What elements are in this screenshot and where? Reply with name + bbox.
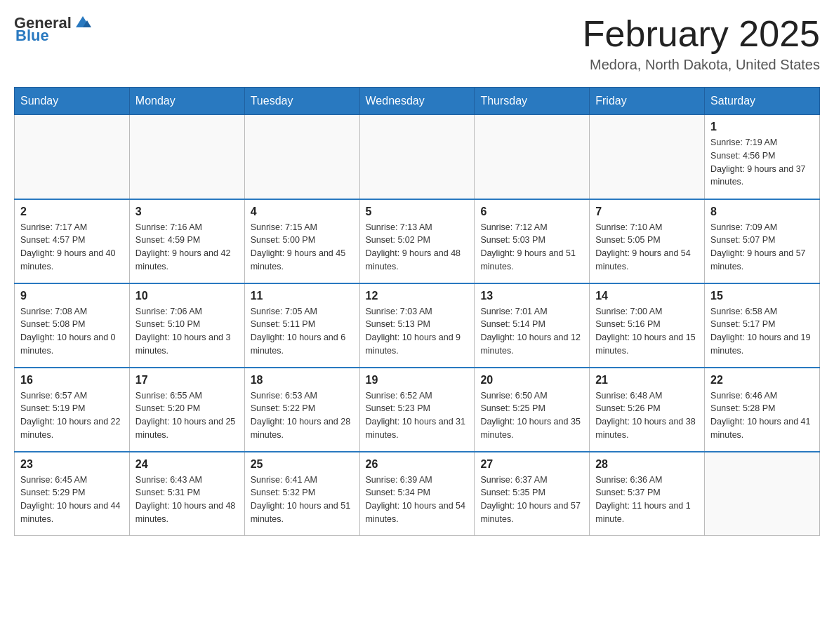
day-of-week-header: Thursday xyxy=(475,88,590,115)
calendar-week-row: 16Sunrise: 6:57 AMSunset: 5:19 PMDayligh… xyxy=(15,368,820,452)
calendar-day-cell xyxy=(15,115,130,199)
day-sun-info: Sunrise: 6:52 AMSunset: 5:23 PMDaylight:… xyxy=(366,389,469,442)
calendar-table: SundayMondayTuesdayWednesdayThursdayFrid… xyxy=(14,87,820,536)
day-number: 21 xyxy=(595,374,699,387)
day-number: 12 xyxy=(366,290,469,302)
calendar-day-cell: 24Sunrise: 6:43 AMSunset: 5:31 PMDayligh… xyxy=(129,452,244,536)
day-of-week-header: Monday xyxy=(129,88,244,115)
day-number: 9 xyxy=(20,290,124,302)
calendar-day-cell: 16Sunrise: 6:57 AMSunset: 5:19 PMDayligh… xyxy=(15,368,130,452)
day-of-week-header: Saturday xyxy=(705,88,820,115)
day-sun-info: Sunrise: 7:09 AMSunset: 5:07 PMDaylight:… xyxy=(710,221,814,274)
day-number: 11 xyxy=(251,290,354,302)
day-sun-info: Sunrise: 7:03 AMSunset: 5:13 PMDaylight:… xyxy=(366,305,469,358)
day-number: 3 xyxy=(135,206,239,218)
day-number: 18 xyxy=(251,374,354,387)
calendar-week-row: 23Sunrise: 6:45 AMSunset: 5:29 PMDayligh… xyxy=(15,452,820,536)
day-sun-info: Sunrise: 7:17 AMSunset: 4:57 PMDaylight:… xyxy=(20,221,124,274)
day-number: 19 xyxy=(366,374,469,387)
day-sun-info: Sunrise: 6:57 AMSunset: 5:19 PMDaylight:… xyxy=(20,389,124,442)
calendar-day-cell: 23Sunrise: 6:45 AMSunset: 5:29 PMDayligh… xyxy=(15,452,130,536)
calendar-week-row: 2Sunrise: 7:17 AMSunset: 4:57 PMDaylight… xyxy=(15,199,820,283)
calendar-day-cell: 6Sunrise: 7:12 AMSunset: 5:03 PMDaylight… xyxy=(475,199,590,283)
calendar-day-cell xyxy=(475,115,590,199)
calendar-day-cell: 7Sunrise: 7:10 AMSunset: 5:05 PMDaylight… xyxy=(590,199,705,283)
calendar-day-cell: 11Sunrise: 7:05 AMSunset: 5:11 PMDayligh… xyxy=(244,283,359,368)
day-number: 20 xyxy=(480,374,583,387)
day-sun-info: Sunrise: 7:08 AMSunset: 5:08 PMDaylight:… xyxy=(20,305,124,358)
calendar-day-cell: 1Sunrise: 7:19 AMSunset: 4:56 PMDaylight… xyxy=(705,115,820,199)
day-sun-info: Sunrise: 7:05 AMSunset: 5:11 PMDaylight:… xyxy=(251,305,354,358)
calendar-day-cell: 21Sunrise: 6:48 AMSunset: 5:26 PMDayligh… xyxy=(590,368,705,452)
logo-icon xyxy=(73,12,93,32)
day-sun-info: Sunrise: 6:53 AMSunset: 5:22 PMDaylight:… xyxy=(251,389,354,442)
day-sun-info: Sunrise: 6:37 AMSunset: 5:35 PMDaylight:… xyxy=(480,474,583,526)
logo: General Blue xyxy=(14,14,93,45)
calendar-day-cell xyxy=(359,115,475,199)
day-sun-info: Sunrise: 6:43 AMSunset: 5:31 PMDaylight:… xyxy=(135,474,239,526)
calendar-day-cell: 15Sunrise: 6:58 AMSunset: 5:17 PMDayligh… xyxy=(705,283,820,368)
calendar-day-cell: 27Sunrise: 6:37 AMSunset: 5:35 PMDayligh… xyxy=(475,452,590,536)
day-sun-info: Sunrise: 7:16 AMSunset: 4:59 PMDaylight:… xyxy=(135,221,239,274)
day-number: 10 xyxy=(135,290,239,302)
day-sun-info: Sunrise: 7:06 AMSunset: 5:10 PMDaylight:… xyxy=(135,305,239,358)
calendar-day-cell: 5Sunrise: 7:13 AMSunset: 5:02 PMDaylight… xyxy=(359,199,475,283)
calendar-day-cell: 12Sunrise: 7:03 AMSunset: 5:13 PMDayligh… xyxy=(359,283,475,368)
day-number: 16 xyxy=(20,374,124,387)
location-subtitle: Medora, North Dakota, United States xyxy=(583,57,820,73)
day-sun-info: Sunrise: 6:39 AMSunset: 5:34 PMDaylight:… xyxy=(366,474,469,526)
calendar-header-row: SundayMondayTuesdayWednesdayThursdayFrid… xyxy=(15,88,820,115)
calendar-day-cell: 17Sunrise: 6:55 AMSunset: 5:20 PMDayligh… xyxy=(129,368,244,452)
day-number: 8 xyxy=(710,206,814,218)
day-number: 25 xyxy=(251,458,354,471)
calendar-day-cell: 13Sunrise: 7:01 AMSunset: 5:14 PMDayligh… xyxy=(475,283,590,368)
calendar-day-cell xyxy=(590,115,705,199)
calendar-day-cell: 8Sunrise: 7:09 AMSunset: 5:07 PMDaylight… xyxy=(705,199,820,283)
day-number: 14 xyxy=(595,290,699,302)
calendar-day-cell: 14Sunrise: 7:00 AMSunset: 5:16 PMDayligh… xyxy=(590,283,705,368)
day-sun-info: Sunrise: 7:19 AMSunset: 4:56 PMDaylight:… xyxy=(710,136,814,189)
calendar-day-cell: 25Sunrise: 6:41 AMSunset: 5:32 PMDayligh… xyxy=(244,452,359,536)
page-header: General Blue February 2025 Medora, North… xyxy=(14,14,820,73)
calendar-week-row: 1Sunrise: 7:19 AMSunset: 4:56 PMDaylight… xyxy=(15,115,820,199)
calendar-day-cell xyxy=(129,115,244,199)
day-sun-info: Sunrise: 6:45 AMSunset: 5:29 PMDaylight:… xyxy=(20,474,124,526)
day-number: 23 xyxy=(20,458,124,471)
logo-blue-text: Blue xyxy=(15,27,49,45)
day-of-week-header: Tuesday xyxy=(244,88,359,115)
month-title: February 2025 xyxy=(583,14,820,54)
day-number: 1 xyxy=(710,121,814,133)
day-number: 27 xyxy=(480,458,583,471)
day-sun-info: Sunrise: 6:55 AMSunset: 5:20 PMDaylight:… xyxy=(135,389,239,442)
day-of-week-header: Sunday xyxy=(15,88,130,115)
day-sun-info: Sunrise: 6:46 AMSunset: 5:28 PMDaylight:… xyxy=(710,389,814,442)
day-number: 2 xyxy=(20,206,124,218)
day-number: 24 xyxy=(135,458,239,471)
calendar-day-cell: 18Sunrise: 6:53 AMSunset: 5:22 PMDayligh… xyxy=(244,368,359,452)
day-number: 6 xyxy=(480,206,583,218)
day-sun-info: Sunrise: 6:50 AMSunset: 5:25 PMDaylight:… xyxy=(480,389,583,442)
day-number: 13 xyxy=(480,290,583,302)
day-sun-info: Sunrise: 7:10 AMSunset: 5:05 PMDaylight:… xyxy=(595,221,699,274)
calendar-day-cell: 28Sunrise: 6:36 AMSunset: 5:37 PMDayligh… xyxy=(590,452,705,536)
day-number: 26 xyxy=(366,458,469,471)
calendar-week-row: 9Sunrise: 7:08 AMSunset: 5:08 PMDaylight… xyxy=(15,283,820,368)
day-number: 22 xyxy=(710,374,814,387)
day-sun-info: Sunrise: 7:12 AMSunset: 5:03 PMDaylight:… xyxy=(480,221,583,274)
calendar-day-cell: 26Sunrise: 6:39 AMSunset: 5:34 PMDayligh… xyxy=(359,452,475,536)
calendar-day-cell: 20Sunrise: 6:50 AMSunset: 5:25 PMDayligh… xyxy=(475,368,590,452)
title-section: February 2025 Medora, North Dakota, Unit… xyxy=(583,14,820,73)
calendar-day-cell: 9Sunrise: 7:08 AMSunset: 5:08 PMDaylight… xyxy=(15,283,130,368)
calendar-day-cell: 22Sunrise: 6:46 AMSunset: 5:28 PMDayligh… xyxy=(705,368,820,452)
day-sun-info: Sunrise: 7:00 AMSunset: 5:16 PMDaylight:… xyxy=(595,305,699,358)
calendar-day-cell: 4Sunrise: 7:15 AMSunset: 5:00 PMDaylight… xyxy=(244,199,359,283)
day-number: 5 xyxy=(366,206,469,218)
calendar-day-cell: 2Sunrise: 7:17 AMSunset: 4:57 PMDaylight… xyxy=(15,199,130,283)
day-sun-info: Sunrise: 6:36 AMSunset: 5:37 PMDaylight:… xyxy=(595,474,699,526)
day-of-week-header: Wednesday xyxy=(359,88,475,115)
calendar-day-cell xyxy=(244,115,359,199)
day-sun-info: Sunrise: 7:01 AMSunset: 5:14 PMDaylight:… xyxy=(480,305,583,358)
day-number: 7 xyxy=(595,206,699,218)
day-number: 28 xyxy=(595,458,699,471)
day-sun-info: Sunrise: 7:13 AMSunset: 5:02 PMDaylight:… xyxy=(366,221,469,274)
